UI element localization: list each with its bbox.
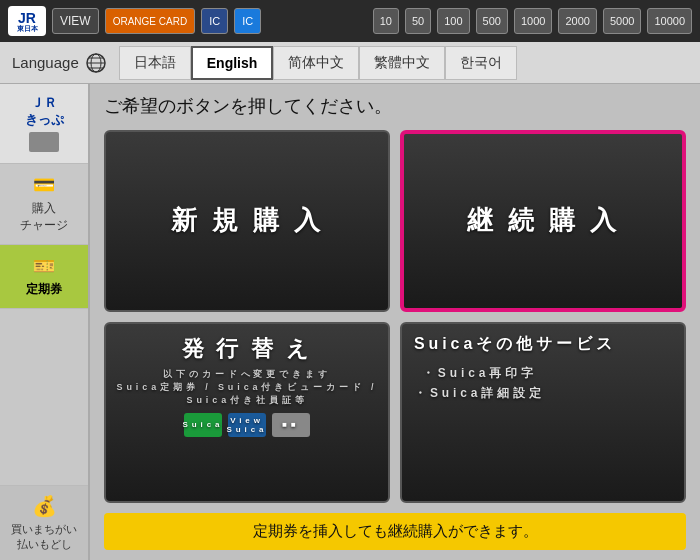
suica-service-title: Suicaその他サービス [414,334,616,355]
notice-bar: 定期券を挿入しても継続購入ができます。 [104,513,686,550]
lang-btn-ko[interactable]: 한국어 [445,46,517,80]
sidebar-item-teikiken[interactable]: 🎫 定期券 [0,245,88,309]
language-bar: Language 日本語 English 简体中文 繁體中文 한국어 [0,42,700,84]
sidebar-item-teikiken-label: 定期券 [26,281,62,298]
suica-service-button[interactable]: Suicaその他サービス ・Suica再印字・Suica詳細設定 [400,322,686,504]
lang-btn-zh-cn[interactable]: 简体中文 [273,46,359,80]
sidebar-item-purchase-label: 購入チャージ [20,200,68,234]
lang-btn-zh-tw[interactable]: 繁體中文 [359,46,445,80]
other-card-chip: ■■ [272,413,310,437]
language-label: Language [12,52,107,74]
coin-10[interactable]: 10 [373,8,399,34]
jr-logo: JR 東日本 [8,6,46,36]
sidebar-item-pay-mistake[interactable]: 💰 買いまちがい払いもどし [0,485,88,560]
coin-5000[interactable]: 5000 [603,8,641,34]
sidebar-logo: ＪＲきっぷ [0,84,88,164]
jr-logo-subtext: 東日本 [17,25,38,32]
lang-btn-en[interactable]: English [191,46,274,80]
globe-icon [85,52,107,74]
sidebar: ＪＲきっぷ 💳 購入チャージ 🎫 定期券 💰 買いまちがい払いもどし [0,84,90,560]
coin-2000[interactable]: 2000 [558,8,596,34]
top-bar: JR 東日本 VIEW ORANGE CARD IC IC 10 50 100 … [0,0,700,42]
content-area: ご希望のボタンを押してください。 新 規 購 入 継 続 購 入 発 行 替 え… [90,84,700,560]
card-exchange-button[interactable]: 発 行 替 え 以下のカードへ変更できますSuica定期券 / Suica付きビ… [104,322,390,504]
coin-50[interactable]: 50 [405,8,431,34]
main-button-grid: 新 規 購 入 継 続 購 入 発 行 替 え 以下のカードへ変更できますSui… [104,130,686,503]
pay-mistake-icon: 💰 [32,494,57,518]
view-button[interactable]: VIEW [52,8,99,34]
view-suica-card-chip: ViewSuica [228,413,266,437]
new-purchase-button[interactable]: 新 規 購 入 [104,130,390,312]
ic-blue-button[interactable]: IC [234,8,261,34]
coin-10000[interactable]: 10000 [647,8,692,34]
main-area: ＪＲきっぷ 💳 購入チャージ 🎫 定期券 💰 買いまちがい払いもどし ご希望のボ… [0,84,700,560]
page-title: ご希望のボタンを押してください。 [104,94,686,118]
card-exchange-subtitle: 以下のカードへ変更できますSuica定期券 / Suica付きビューカード / … [116,368,378,407]
continue-purchase-button[interactable]: 継 続 購 入 [400,130,686,312]
sidebar-item-pay-mistake-label: 買いまちがい払いもどし [11,522,77,552]
ic-dark-button[interactable]: IC [201,8,228,34]
jr-logo-text: JR [18,11,36,25]
coin-1000[interactable]: 1000 [514,8,552,34]
coin-100[interactable]: 100 [437,8,469,34]
teikiken-icon: 🎫 [33,255,55,277]
suica-service-items: ・Suica再印字・Suica詳細設定 [414,363,545,404]
lang-btn-ja[interactable]: 日本語 [119,46,191,80]
ticket-icon [29,132,59,152]
card-exchange-icons: Suica ViewSuica ■■ [184,413,310,437]
coin-500[interactable]: 500 [476,8,508,34]
jr-ticket-logo-text: ＪＲきっぷ [25,95,64,129]
sidebar-middle: 💳 購入チャージ 🎫 定期券 [0,164,88,485]
purchase-charge-icon: 💳 [33,174,55,196]
card-exchange-title: 発 行 替 え [182,334,312,364]
sidebar-item-purchase-charge[interactable]: 💳 購入チャージ [0,164,88,245]
language-text: Language [12,54,79,71]
orange-card-button[interactable]: ORANGE CARD [105,8,195,34]
suica-card-chip: Suica [184,413,222,437]
